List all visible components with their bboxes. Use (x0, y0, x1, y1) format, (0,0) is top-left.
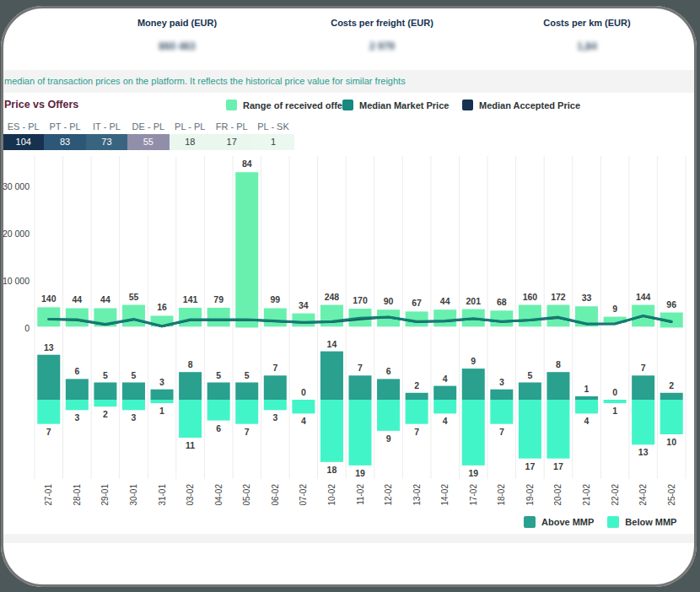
lower-chart-legend: Above MMP Below MMP (524, 516, 690, 528)
tab-pt-pl[interactable]: PT - PL 83 (44, 121, 85, 150)
svg-text:10 000: 10 000 (3, 276, 30, 286)
svg-text:22-02: 22-02 (611, 484, 620, 506)
svg-text:4: 4 (301, 416, 306, 426)
svg-text:6: 6 (216, 423, 221, 433)
svg-text:5: 5 (245, 370, 250, 380)
svg-text:28-01: 28-01 (73, 484, 82, 506)
svg-text:19-02: 19-02 (525, 484, 535, 506)
svg-text:4: 4 (584, 416, 590, 426)
svg-text:1: 1 (584, 384, 590, 394)
svg-text:14: 14 (327, 339, 337, 349)
svg-text:3: 3 (74, 412, 79, 422)
svg-text:68: 68 (497, 297, 507, 307)
range-offers-swatch-icon (226, 100, 237, 110)
legend-median-accepted-price[interactable]: Median Accepted Price (462, 100, 580, 110)
svg-text:0: 0 (612, 387, 617, 397)
metric-costs-per-km: Costs per km (EUR) 1,84 (494, 18, 680, 52)
metric-label: Costs per km (EUR) (494, 18, 680, 28)
tab-fr-pl[interactable]: FR - PL 17 (211, 121, 252, 150)
svg-text:20-02: 20-02 (553, 484, 563, 506)
metric-label: Money paid (EUR) (84, 18, 270, 28)
svg-text:10-02: 10-02 (327, 484, 337, 506)
svg-text:96: 96 (666, 299, 676, 309)
svg-text:7: 7 (414, 427, 419, 437)
svg-text:30 000: 30 000 (3, 181, 30, 191)
svg-text:67: 67 (412, 298, 422, 308)
svg-text:2: 2 (669, 380, 674, 390)
metric-costs-per-freight: Costs per freight (EUR) 2 979 (289, 18, 475, 52)
dashboard-card: Money paid (EUR) 860 463 Costs per freig… (1, 6, 697, 587)
svg-text:0: 0 (24, 323, 30, 333)
metric-money-paid: Money paid (EUR) 860 463 (84, 18, 270, 52)
svg-text:44: 44 (440, 296, 450, 306)
tab-it-pl[interactable]: IT - PL 73 (86, 121, 127, 150)
below-mmp-swatch-icon (607, 516, 619, 528)
legend-median-market-price[interactable]: Median Market Price (342, 100, 449, 110)
svg-text:11-02: 11-02 (356, 484, 365, 505)
svg-text:5: 5 (527, 370, 532, 380)
metric-value-blurred: 1,84 (494, 40, 680, 52)
svg-text:03-02: 03-02 (186, 484, 195, 506)
metric-value-blurred: 860 463 (84, 40, 270, 52)
svg-text:99: 99 (270, 294, 280, 304)
svg-text:19: 19 (355, 468, 365, 478)
price-vs-offers-chart[interactable]: 010 00020 00030 000140444455161417984993… (1, 152, 697, 541)
svg-text:4: 4 (443, 416, 448, 426)
subtitle-band: median of transaction prices on the plat… (1, 70, 697, 93)
svg-text:13: 13 (638, 447, 649, 457)
svg-text:170: 170 (353, 295, 368, 305)
svg-text:13-02: 13-02 (412, 484, 422, 506)
svg-text:18: 18 (327, 465, 337, 475)
svg-text:3: 3 (132, 412, 137, 422)
svg-text:9: 9 (471, 356, 476, 366)
legend-above-mmp[interactable]: Above MMP (524, 516, 594, 528)
above-mmp-swatch-icon (524, 516, 536, 528)
chart-title: Price vs Offers (4, 99, 78, 110)
svg-text:34: 34 (299, 300, 309, 310)
legend-below-mmp[interactable]: Below MMP (607, 516, 676, 528)
svg-text:31-01: 31-01 (158, 484, 167, 506)
svg-text:160: 160 (523, 292, 538, 302)
svg-text:17-02: 17-02 (469, 484, 478, 506)
svg-text:140: 140 (41, 293, 57, 304)
svg-text:25-02: 25-02 (667, 484, 676, 506)
svg-text:7: 7 (46, 427, 51, 437)
svg-text:2: 2 (414, 380, 419, 390)
svg-text:07-02: 07-02 (299, 484, 308, 506)
tab-de-pl[interactable]: DE - PL 55 (127, 121, 169, 150)
svg-text:84: 84 (242, 159, 252, 169)
metric-value-blurred: 2 979 (289, 40, 475, 52)
svg-text:90: 90 (384, 296, 394, 306)
svg-text:248: 248 (325, 292, 340, 302)
svg-text:172: 172 (551, 292, 566, 302)
svg-text:7: 7 (641, 363, 646, 373)
svg-text:55: 55 (129, 292, 139, 302)
svg-text:33: 33 (582, 293, 592, 303)
svg-text:44: 44 (100, 294, 110, 304)
svg-text:144: 144 (636, 292, 651, 302)
footer-divider-band (1, 534, 697, 543)
svg-text:30-01: 30-01 (129, 484, 138, 506)
svg-text:17: 17 (525, 461, 536, 471)
svg-text:5: 5 (103, 370, 108, 380)
svg-text:24-02: 24-02 (638, 484, 648, 506)
svg-text:21-02: 21-02 (582, 484, 591, 506)
tab-pl-sk[interactable]: PL - SK 1 (252, 121, 293, 150)
chart-canvas[interactable]: 010 00020 00030 000140444455161417984993… (1, 152, 697, 541)
svg-text:6: 6 (74, 366, 79, 376)
svg-text:7: 7 (245, 427, 250, 437)
svg-text:2: 2 (103, 409, 108, 419)
median-market-price-swatch-icon (342, 100, 353, 110)
svg-text:14-02: 14-02 (440, 484, 450, 506)
svg-text:05-02: 05-02 (242, 484, 251, 506)
tab-pl-pl[interactable]: PL - PL 18 (170, 121, 211, 150)
tab-es-pl[interactable]: ES - PL 104 (3, 121, 44, 150)
route-filter-tabs: ES - PL 104 PT - PL 83 IT - PL 73 DE - P… (3, 121, 294, 150)
svg-text:16: 16 (157, 302, 167, 312)
svg-text:20 000: 20 000 (3, 229, 30, 239)
legend-range-of-offers[interactable]: Range of received offers (226, 100, 351, 110)
svg-text:9: 9 (386, 433, 391, 444)
svg-text:5: 5 (216, 370, 221, 380)
svg-text:9: 9 (612, 304, 617, 314)
median-accepted-price-swatch-icon (462, 100, 473, 110)
